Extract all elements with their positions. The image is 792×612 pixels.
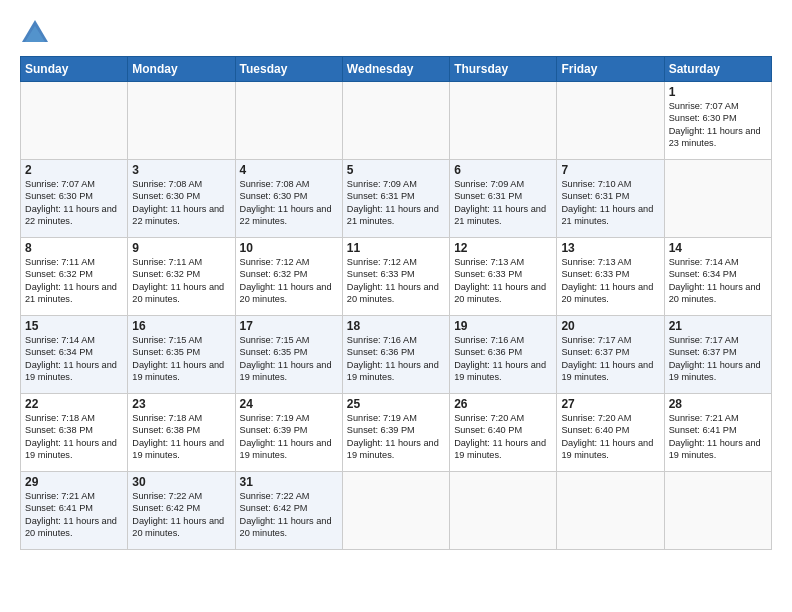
day-number: 11: [347, 241, 445, 255]
calendar-cell: 11Sunrise: 7:12 AMSunset: 6:33 PMDayligh…: [342, 238, 449, 316]
calendar-cell: 10Sunrise: 7:12 AMSunset: 6:32 PMDayligh…: [235, 238, 342, 316]
calendar-cell: 15Sunrise: 7:14 AMSunset: 6:34 PMDayligh…: [21, 316, 128, 394]
calendar-page: SundayMondayTuesdayWednesdayThursdayFrid…: [0, 0, 792, 612]
calendar-cell: 21Sunrise: 7:17 AMSunset: 6:37 PMDayligh…: [664, 316, 771, 394]
calendar-cell: 1Sunrise: 7:07 AMSunset: 6:30 PMDaylight…: [664, 82, 771, 160]
day-number: 22: [25, 397, 123, 411]
calendar-cell: 4Sunrise: 7:08 AMSunset: 6:30 PMDaylight…: [235, 160, 342, 238]
day-number: 28: [669, 397, 767, 411]
calendar-cell: [450, 82, 557, 160]
day-number: 24: [240, 397, 338, 411]
cell-content: Sunrise: 7:10 AMSunset: 6:31 PMDaylight:…: [561, 178, 659, 228]
calendar-cell: 16Sunrise: 7:15 AMSunset: 6:35 PMDayligh…: [128, 316, 235, 394]
cell-content: Sunrise: 7:18 AMSunset: 6:38 PMDaylight:…: [25, 412, 123, 462]
calendar-cell: 6Sunrise: 7:09 AMSunset: 6:31 PMDaylight…: [450, 160, 557, 238]
calendar-cell: 12Sunrise: 7:13 AMSunset: 6:33 PMDayligh…: [450, 238, 557, 316]
weekday-header: Thursday: [450, 57, 557, 82]
calendar-week-row: 15Sunrise: 7:14 AMSunset: 6:34 PMDayligh…: [21, 316, 772, 394]
day-number: 31: [240, 475, 338, 489]
calendar-cell: [235, 82, 342, 160]
page-header: [20, 18, 772, 46]
day-number: 9: [132, 241, 230, 255]
calendar-cell: 22Sunrise: 7:18 AMSunset: 6:38 PMDayligh…: [21, 394, 128, 472]
day-number: 5: [347, 163, 445, 177]
calendar-table: SundayMondayTuesdayWednesdayThursdayFrid…: [20, 56, 772, 550]
calendar-cell: [557, 82, 664, 160]
cell-content: Sunrise: 7:07 AMSunset: 6:30 PMDaylight:…: [25, 178, 123, 228]
calendar-cell: 2Sunrise: 7:07 AMSunset: 6:30 PMDaylight…: [21, 160, 128, 238]
calendar-cell: 24Sunrise: 7:19 AMSunset: 6:39 PMDayligh…: [235, 394, 342, 472]
cell-content: Sunrise: 7:22 AMSunset: 6:42 PMDaylight:…: [132, 490, 230, 540]
weekday-header: Tuesday: [235, 57, 342, 82]
cell-content: Sunrise: 7:09 AMSunset: 6:31 PMDaylight:…: [347, 178, 445, 228]
cell-content: Sunrise: 7:20 AMSunset: 6:40 PMDaylight:…: [454, 412, 552, 462]
weekday-header: Sunday: [21, 57, 128, 82]
calendar-cell: 9Sunrise: 7:11 AMSunset: 6:32 PMDaylight…: [128, 238, 235, 316]
day-number: 10: [240, 241, 338, 255]
cell-content: Sunrise: 7:16 AMSunset: 6:36 PMDaylight:…: [347, 334, 445, 384]
cell-content: Sunrise: 7:12 AMSunset: 6:33 PMDaylight:…: [347, 256, 445, 306]
calendar-cell: 13Sunrise: 7:13 AMSunset: 6:33 PMDayligh…: [557, 238, 664, 316]
logo-icon: [20, 18, 50, 46]
calendar-cell: 30Sunrise: 7:22 AMSunset: 6:42 PMDayligh…: [128, 472, 235, 550]
calendar-cell: [21, 82, 128, 160]
calendar-cell: 25Sunrise: 7:19 AMSunset: 6:39 PMDayligh…: [342, 394, 449, 472]
weekday-header: Saturday: [664, 57, 771, 82]
day-number: 8: [25, 241, 123, 255]
cell-content: Sunrise: 7:08 AMSunset: 6:30 PMDaylight:…: [240, 178, 338, 228]
day-number: 29: [25, 475, 123, 489]
cell-content: Sunrise: 7:17 AMSunset: 6:37 PMDaylight:…: [669, 334, 767, 384]
cell-content: Sunrise: 7:21 AMSunset: 6:41 PMDaylight:…: [25, 490, 123, 540]
calendar-week-row: 8Sunrise: 7:11 AMSunset: 6:32 PMDaylight…: [21, 238, 772, 316]
calendar-cell: 31Sunrise: 7:22 AMSunset: 6:42 PMDayligh…: [235, 472, 342, 550]
cell-content: Sunrise: 7:18 AMSunset: 6:38 PMDaylight:…: [132, 412, 230, 462]
day-number: 1: [669, 85, 767, 99]
calendar-cell: 26Sunrise: 7:20 AMSunset: 6:40 PMDayligh…: [450, 394, 557, 472]
day-number: 17: [240, 319, 338, 333]
calendar-header-row: SundayMondayTuesdayWednesdayThursdayFrid…: [21, 57, 772, 82]
day-number: 19: [454, 319, 552, 333]
day-number: 30: [132, 475, 230, 489]
day-number: 18: [347, 319, 445, 333]
calendar-cell: 17Sunrise: 7:15 AMSunset: 6:35 PMDayligh…: [235, 316, 342, 394]
calendar-cell: 23Sunrise: 7:18 AMSunset: 6:38 PMDayligh…: [128, 394, 235, 472]
cell-content: Sunrise: 7:09 AMSunset: 6:31 PMDaylight:…: [454, 178, 552, 228]
weekday-header: Monday: [128, 57, 235, 82]
day-number: 3: [132, 163, 230, 177]
day-number: 15: [25, 319, 123, 333]
day-number: 20: [561, 319, 659, 333]
calendar-week-row: 29Sunrise: 7:21 AMSunset: 6:41 PMDayligh…: [21, 472, 772, 550]
day-number: 16: [132, 319, 230, 333]
cell-content: Sunrise: 7:15 AMSunset: 6:35 PMDaylight:…: [132, 334, 230, 384]
cell-content: Sunrise: 7:11 AMSunset: 6:32 PMDaylight:…: [25, 256, 123, 306]
cell-content: Sunrise: 7:20 AMSunset: 6:40 PMDaylight:…: [561, 412, 659, 462]
calendar-cell: 27Sunrise: 7:20 AMSunset: 6:40 PMDayligh…: [557, 394, 664, 472]
day-number: 21: [669, 319, 767, 333]
calendar-week-row: 2Sunrise: 7:07 AMSunset: 6:30 PMDaylight…: [21, 160, 772, 238]
day-number: 25: [347, 397, 445, 411]
calendar-cell: [128, 82, 235, 160]
calendar-cell: [557, 472, 664, 550]
cell-content: Sunrise: 7:12 AMSunset: 6:32 PMDaylight:…: [240, 256, 338, 306]
logo: [20, 18, 54, 46]
calendar-cell: 7Sunrise: 7:10 AMSunset: 6:31 PMDaylight…: [557, 160, 664, 238]
cell-content: Sunrise: 7:22 AMSunset: 6:42 PMDaylight:…: [240, 490, 338, 540]
calendar-cell: [664, 472, 771, 550]
cell-content: Sunrise: 7:14 AMSunset: 6:34 PMDaylight:…: [25, 334, 123, 384]
day-number: 13: [561, 241, 659, 255]
day-number: 2: [25, 163, 123, 177]
day-number: 23: [132, 397, 230, 411]
weekday-header: Wednesday: [342, 57, 449, 82]
cell-content: Sunrise: 7:17 AMSunset: 6:37 PMDaylight:…: [561, 334, 659, 384]
day-number: 14: [669, 241, 767, 255]
calendar-cell: 29Sunrise: 7:21 AMSunset: 6:41 PMDayligh…: [21, 472, 128, 550]
day-number: 27: [561, 397, 659, 411]
calendar-week-row: 22Sunrise: 7:18 AMSunset: 6:38 PMDayligh…: [21, 394, 772, 472]
cell-content: Sunrise: 7:21 AMSunset: 6:41 PMDaylight:…: [669, 412, 767, 462]
calendar-cell: 19Sunrise: 7:16 AMSunset: 6:36 PMDayligh…: [450, 316, 557, 394]
calendar-week-row: 1Sunrise: 7:07 AMSunset: 6:30 PMDaylight…: [21, 82, 772, 160]
calendar-cell: 8Sunrise: 7:11 AMSunset: 6:32 PMDaylight…: [21, 238, 128, 316]
cell-content: Sunrise: 7:15 AMSunset: 6:35 PMDaylight:…: [240, 334, 338, 384]
cell-content: Sunrise: 7:13 AMSunset: 6:33 PMDaylight:…: [454, 256, 552, 306]
day-number: 4: [240, 163, 338, 177]
